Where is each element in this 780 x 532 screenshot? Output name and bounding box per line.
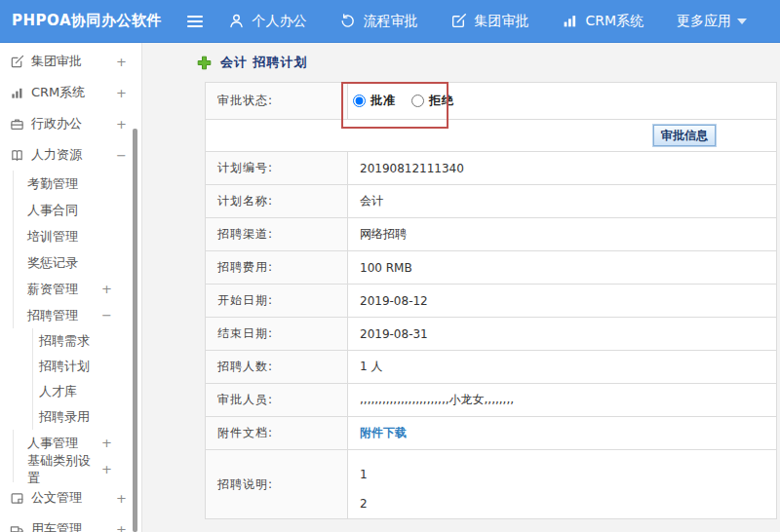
sidebar-item-人事合同[interactable]: 人事合同 [0,197,141,223]
sidebar-item-label: 人才库 [39,383,77,400]
sidebar-item-label: 集团审批 [31,53,82,70]
field-label: 招聘人数: [206,351,348,383]
field-label-approval-status: 审批状态: [206,83,348,119]
sidebar-item-考勤管理[interactable]: 考勤管理 [0,171,141,197]
field-label: 招聘说明: [206,450,348,518]
expand-plus-icon[interactable]: + [116,522,127,532]
field-label: 计划名称: [206,185,348,217]
sidebar-item-招聘计划[interactable]: 招聘计划 [0,354,141,379]
field-value: 100 RMB [348,251,776,284]
field-value: 1 人 [348,351,776,383]
nav-item-1[interactable]: 流程审批 [339,13,417,30]
reject-radio-label[interactable]: 拒绝 [429,93,454,109]
history-icon [339,13,356,29]
sidebar-item-用车管理[interactable]: 用车管理+ [0,513,141,532]
description-line: 2 [360,489,776,518]
field-value: 20190812111340 [348,152,776,184]
top-nav-items: 个人办公流程审批集团审批CRM系统更多应用 [228,13,780,30]
sidebar-item-薪资管理[interactable]: 薪资管理+ [0,276,141,302]
sidebar-item-label: 培训管理 [27,228,78,246]
expand-plus-icon[interactable]: + [116,491,127,506]
sidebar-item-CRM系统[interactable]: CRM系统+ [0,77,141,108]
sidebar-item-label: 人力资源 [31,146,82,164]
sidebar-item-行政办公[interactable]: 行政办公+ [0,108,141,139]
detail-table: 审批状态: 批准 拒绝 审批信息 计划编号:20190812111340计划名称… [205,82,777,519]
compose-icon [10,55,24,69]
sidebar-scrollbar[interactable] [133,129,137,532]
nav-item-0[interactable]: 个人办公 [228,13,306,30]
field-value: 网络招聘 [348,218,776,250]
top-navigation-bar: PHPOA协同办公软件 个人办公流程审批集团审批CRM系统更多应用 [0,0,780,43]
collapse-minus-icon[interactable]: − [101,308,112,323]
expand-plus-icon[interactable]: + [101,462,112,476]
sidebar: 集团审批+CRM系统+行政办公+人力资源−考勤管理人事合同培训管理奖惩记录薪资管… [0,43,142,532]
sidebar-item-label: 人事管理 [27,435,78,452]
chart-icon [10,86,24,100]
sidebar-item-label: 招聘管理 [27,307,78,324]
table-row-3: 招聘费用:100 RMB [206,251,776,285]
approve-radio-label[interactable]: 批准 [370,93,396,109]
sidebar-item-招聘管理[interactable]: 招聘管理− [0,302,141,328]
collapse-minus-icon[interactable]: − [116,148,127,163]
menu-hamburger-icon[interactable] [187,13,204,30]
field-label: 审批人员: [206,384,348,416]
chevron-down-icon [737,19,747,24]
book-icon [10,148,24,163]
table-row-9: 招聘说明:12 [206,450,776,518]
table-row-7: 审批人员:,,,,,,,,,,,,,,,,,,,,,,,,小龙女,,,,,,,, [206,384,776,417]
sidebar-item-基础类别设置[interactable]: 基础类别设置+ [0,456,141,482]
table-row-4: 开始日期:2019-08-12 [206,285,776,318]
sidebar-item-奖惩记录[interactable]: 奖惩记录 [0,249,141,276]
nav-item-3[interactable]: CRM系统 [562,13,644,30]
sidebar-item-label: 基础类别设置 [27,452,101,487]
approval-info-button[interactable]: 审批信息 [653,125,716,146]
expand-plus-icon[interactable]: + [101,282,112,296]
nav-item-label: 流程审批 [363,13,417,30]
reject-radio[interactable] [411,95,424,107]
field-label: 结束日期: [206,318,348,350]
description-line: 1 [360,460,776,489]
sidebar-item-label: 人事合同 [27,202,78,219]
expand-plus-icon[interactable]: + [116,55,127,69]
nav-item-2[interactable]: 集团审批 [450,13,528,30]
sidebar-item-人力资源[interactable]: 人力资源− [0,139,141,171]
sidebar-item-label: CRM系统 [31,84,85,101]
nav-item-label: 更多应用 [677,13,731,30]
field-value: 附件下载 [348,417,776,449]
expand-plus-icon[interactable]: + [116,86,127,100]
field-value: 会计 [348,185,776,217]
sidebar-item-招聘需求[interactable]: 招聘需求 [0,328,141,354]
nav-item-label: 集团审批 [474,13,528,30]
sidebar-item-人才库[interactable]: 人才库 [0,379,141,404]
sidebar-item-公文管理[interactable]: 公文管理+ [0,482,141,513]
add-plus-icon [197,56,212,70]
nav-item-label: 个人办公 [252,13,306,30]
expand-plus-icon[interactable]: + [116,117,127,132]
user-icon [228,13,245,29]
field-value: ,,,,,,,,,,,,,,,,,,,,,,,,小龙女,,,,,,,, [348,384,776,416]
field-label: 附件文档: [206,417,348,449]
approve-radio[interactable] [353,95,366,107]
nav-item-label: CRM系统 [585,13,644,30]
attachment-download-link[interactable]: 附件下载 [360,425,407,441]
sidebar-item-培训管理[interactable]: 培训管理 [0,223,141,249]
sidebar-item-label: 招聘录用 [39,408,90,426]
sidebar-item-label: 奖惩记录 [27,254,78,272]
table-row-0: 计划编号:20190812111340 [206,152,776,185]
main-content: 会计 招聘计划 审批状态: 批准 拒绝 审批信息 计划编号:2019081211… [142,43,780,532]
sidebar-item-招聘录用[interactable]: 招聘录用 [0,404,141,430]
sidebar-item-集团审批[interactable]: 集团审批+ [0,46,141,77]
sidebar-item-label: 公文管理 [31,489,82,507]
nav-item-4[interactable]: 更多应用 [677,13,747,30]
sidebar-item-label: 招聘需求 [39,332,90,350]
doc-icon [10,491,24,506]
table-row-2: 招聘渠道:网络招聘 [206,218,776,251]
sidebar-item-label: 考勤管理 [27,175,78,193]
briefcase-icon [10,117,24,132]
app-logo: PHPOA协同办公软件 [12,12,174,30]
field-value: 2019-08-12 [348,285,776,317]
compose-icon [450,13,467,29]
expand-plus-icon[interactable]: + [101,436,112,450]
field-label: 开始日期: [206,285,348,317]
table-row-8: 附件文档:附件下载 [206,417,776,450]
